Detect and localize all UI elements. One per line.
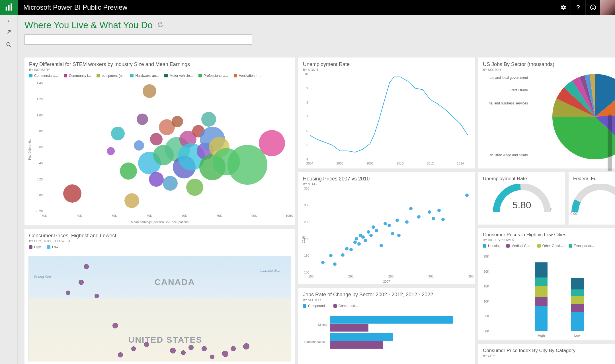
share-button[interactable] [6,29,12,36]
scatter-point[interactable] [397,234,401,237]
legend-item[interactable]: Low [47,245,58,249]
bubble-point[interactable] [120,163,137,180]
legend-swatch [303,304,306,308]
bar[interactable] [330,324,368,332]
scatter-point[interactable] [380,244,383,247]
scatter-point[interactable] [409,207,413,210]
bubble-point[interactable] [150,133,163,145]
bar[interactable] [330,333,393,341]
legend-item[interactable]: Compound... [303,304,328,308]
tile-gauge-federal[interactable]: Federal Fu 0.00 [569,172,615,225]
settings-button[interactable] [556,0,571,15]
tile-bubble-chart[interactable]: Pay Differential for STEM workers by Ind… [24,57,295,225]
column-category-label: Low [574,334,581,338]
bubble-point[interactable] [63,184,81,203]
legend-item[interactable]: Motor vehicle... [164,74,192,78]
qa-question-input[interactable] [24,34,252,45]
map-plot-area[interactable]: CANADA UNITED STATES Bering Sea Labrador… [28,256,291,361]
legend-label: Medical Care [511,244,532,248]
tile-consumer-map[interactable]: Consumer Prices. Highest and Lowest BY C… [24,229,295,364]
bubble-point[interactable] [134,140,144,151]
scatter-point[interactable] [321,261,325,264]
scatter-point[interactable] [372,225,375,229]
scatter-point[interactable] [432,217,435,220]
stacked-column[interactable] [535,262,548,331]
scatter-point[interactable] [361,235,365,239]
legend-item[interactable]: Housing [483,244,501,248]
legend-label: Hardware, an... [135,74,159,78]
scatter-point[interactable] [441,218,445,221]
legend-item[interactable]: Ventilation, h... [234,74,261,78]
bar[interactable] [330,316,453,324]
app-logo-tile[interactable] [0,0,18,15]
tile-cpi-city[interactable]: Consumer Price Index By City By Catagory… [478,344,615,364]
scatter-point[interactable] [405,220,409,224]
bar[interactable] [330,341,383,349]
page-title: Where You Live & What You Do [24,20,153,30]
legend-item[interactable]: Professional a... [198,74,228,78]
bubble-point[interactable] [137,114,148,125]
feedback-button[interactable] [585,0,600,15]
legend-swatch [234,74,237,77]
tile-jobs-pie[interactable]: US Jobs By Sector (thousands) BY SECTOR … [478,57,615,168]
expand-rail-button[interactable]: › [8,18,9,23]
bubble-point[interactable] [143,84,156,98]
bar-category-label: Educational se... [301,340,327,344]
scatter-point[interactable] [428,210,431,214]
scatter-point[interactable] [367,230,370,234]
dashboard-canvas: Pay Differential for STEM workers by Ind… [24,57,612,364]
scatter-point[interactable] [349,248,353,251]
legend-item[interactable]: Medical Care [506,244,532,248]
scatter-point[interactable] [355,237,358,240]
refresh-button[interactable] [157,22,163,29]
tile-gauge-unemployment[interactable]: Unemployment Rate 5.80 0 12 [478,172,565,225]
scatter-point[interactable] [391,232,394,235]
tile-subtitle: BY HIGHEST/LOWEST [483,238,610,242]
legend-item[interactable]: Other Good... [537,244,563,248]
scatter-point[interactable] [369,234,373,237]
legend-item[interactable]: equipment (e... [97,74,124,78]
user-avatar[interactable] [600,0,615,15]
bubble-point[interactable] [172,116,183,127]
legend-item[interactable]: Compound... [333,304,358,308]
scatter-point[interactable] [437,209,441,212]
legend-item[interactable]: Transportat... [569,244,594,248]
bubble-point[interactable] [124,193,139,208]
bubble-point[interactable] [259,130,285,156]
bubble-point[interactable] [111,127,125,140]
vertical-scrollbar[interactable] [608,114,612,171]
legend-item[interactable]: Community f... [64,74,91,78]
bubble-point[interactable] [163,176,178,191]
scatter-point[interactable] [395,219,399,222]
scatter-point[interactable] [465,194,469,197]
tile-jobs-rate[interactable]: Jobs Rate of Change by Sector 2002 - 201… [298,288,475,364]
stacked-column[interactable] [571,278,584,331]
bubble-point[interactable] [186,179,203,196]
y-tick: 5K [480,314,489,318]
y-axis-label: Pay Differential [28,139,31,160]
legend-item[interactable]: Commercial a... [29,74,58,78]
tile-title: Federal Fu [573,176,610,182]
search-button[interactable] [6,42,12,48]
scatter-point[interactable] [388,224,391,227]
tile-housing-scatter[interactable]: Housing Prices 2007 vs 2010 BY STATE 100… [298,172,475,284]
bubble-point[interactable] [201,112,216,127]
scatter-point[interactable] [375,229,378,232]
scatter-point[interactable] [417,215,421,219]
bubble-point[interactable] [149,172,164,187]
legend-item[interactable]: Hardware, an... [130,74,159,78]
scatter-point[interactable] [333,262,337,266]
scatter-point[interactable] [384,222,387,225]
help-button[interactable]: ? [571,0,585,15]
tile-unemployment-line[interactable]: Unemployment Rate BY MONTH 4567891020042… [298,57,475,168]
scatter-point[interactable] [357,242,361,246]
scatter-point[interactable] [353,240,357,244]
y-tick: 300 [301,203,309,207]
scatter-point[interactable] [329,254,333,257]
scatter-point[interactable] [345,247,348,250]
bubble-point[interactable] [107,147,115,155]
scatter-point[interactable] [364,239,367,242]
legend-item[interactable]: High [29,245,41,249]
tile-consumer-stacked[interactable]: Consumer Prices in High vs Low Cities BY… [478,228,615,340]
scatter-point[interactable] [341,253,345,257]
